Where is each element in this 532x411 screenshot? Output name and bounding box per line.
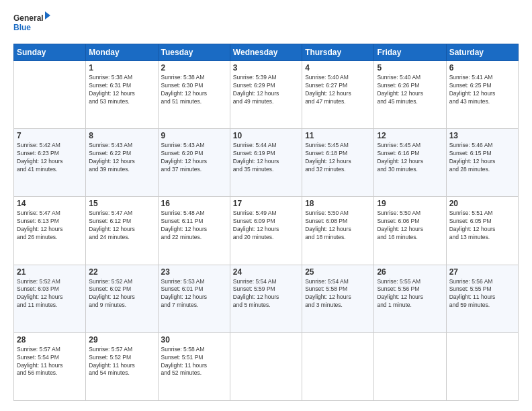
- day-info: Sunrise: 5:45 AM Sunset: 6:18 PM Dayligh…: [305, 142, 371, 174]
- day-info: Sunrise: 5:48 AM Sunset: 6:11 PM Dayligh…: [161, 210, 227, 242]
- weekday-header-wednesday: Wednesday: [230, 44, 302, 61]
- day-cell: 13Sunrise: 5:46 AM Sunset: 6:15 PM Dayli…: [446, 129, 518, 197]
- day-info: Sunrise: 5:38 AM Sunset: 6:31 PM Dayligh…: [89, 74, 154, 106]
- day-info: Sunrise: 5:47 AM Sunset: 6:13 PM Dayligh…: [17, 210, 83, 242]
- day-number: 23: [161, 267, 227, 277]
- day-cell: 21Sunrise: 5:52 AM Sunset: 6:03 PM Dayli…: [14, 265, 86, 332]
- day-cell: 25Sunrise: 5:54 AM Sunset: 5:58 PM Dayli…: [302, 265, 374, 332]
- svg-marker-2: [45, 11, 50, 19]
- day-cell: 26Sunrise: 5:55 AM Sunset: 5:56 PM Dayli…: [374, 265, 446, 332]
- day-info: Sunrise: 5:52 AM Sunset: 6:02 PM Dayligh…: [89, 278, 154, 310]
- week-row-2: 7Sunrise: 5:42 AM Sunset: 6:23 PM Daylig…: [14, 129, 519, 197]
- day-info: Sunrise: 5:54 AM Sunset: 5:58 PM Dayligh…: [305, 278, 371, 310]
- day-cell: [14, 61, 86, 129]
- day-number: 24: [233, 267, 299, 277]
- day-number: 13: [449, 131, 515, 140]
- day-cell: 4Sunrise: 5:40 AM Sunset: 6:27 PM Daylig…: [302, 61, 374, 129]
- weekday-header-friday: Friday: [374, 44, 446, 61]
- day-number: 6: [449, 63, 515, 73]
- day-cell: 22Sunrise: 5:52 AM Sunset: 6:02 PM Dayli…: [86, 265, 158, 332]
- day-cell: 9Sunrise: 5:43 AM Sunset: 6:20 PM Daylig…: [158, 129, 230, 197]
- day-number: 29: [89, 335, 154, 345]
- week-row-1: 1Sunrise: 5:38 AM Sunset: 6:31 PM Daylig…: [14, 61, 519, 129]
- day-number: 10: [233, 131, 299, 140]
- day-cell: 10Sunrise: 5:44 AM Sunset: 6:19 PM Dayli…: [230, 129, 302, 197]
- day-info: Sunrise: 5:44 AM Sunset: 6:19 PM Dayligh…: [233, 142, 299, 174]
- day-info: Sunrise: 5:58 AM Sunset: 5:51 PM Dayligh…: [161, 346, 227, 378]
- weekday-header-row: SundayMondayTuesdayWednesdayThursdayFrid…: [14, 44, 519, 61]
- day-number: 12: [377, 131, 443, 140]
- day-cell: 29Sunrise: 5:57 AM Sunset: 5:52 PM Dayli…: [86, 332, 158, 400]
- day-info: Sunrise: 5:40 AM Sunset: 6:26 PM Dayligh…: [377, 74, 443, 106]
- weekday-header-tuesday: Tuesday: [158, 44, 230, 61]
- day-info: Sunrise: 5:57 AM Sunset: 5:52 PM Dayligh…: [89, 346, 154, 378]
- page: General Blue SundayMondayTuesdayWednesda…: [0, 0, 532, 411]
- day-cell: 11Sunrise: 5:45 AM Sunset: 6:18 PM Dayli…: [302, 129, 374, 197]
- svg-text:Blue: Blue: [13, 23, 31, 32]
- day-cell: 16Sunrise: 5:48 AM Sunset: 6:11 PM Dayli…: [158, 197, 230, 265]
- day-number: 14: [17, 199, 83, 208]
- day-number: 19: [377, 199, 443, 208]
- day-number: 26: [377, 267, 443, 277]
- day-number: 5: [377, 63, 443, 73]
- weekday-header-monday: Monday: [86, 44, 158, 61]
- day-number: 7: [17, 131, 83, 140]
- day-info: Sunrise: 5:38 AM Sunset: 6:30 PM Dayligh…: [161, 74, 227, 106]
- day-cell: [374, 332, 446, 400]
- day-cell: 6Sunrise: 5:41 AM Sunset: 6:25 PM Daylig…: [446, 61, 518, 129]
- day-info: Sunrise: 5:54 AM Sunset: 5:59 PM Dayligh…: [233, 278, 299, 310]
- day-cell: 18Sunrise: 5:50 AM Sunset: 6:08 PM Dayli…: [302, 197, 374, 265]
- week-row-5: 28Sunrise: 5:57 AM Sunset: 5:54 PM Dayli…: [14, 332, 519, 400]
- day-number: 21: [17, 267, 83, 277]
- day-cell: 30Sunrise: 5:58 AM Sunset: 5:51 PM Dayli…: [158, 332, 230, 400]
- day-cell: 14Sunrise: 5:47 AM Sunset: 6:13 PM Dayli…: [14, 197, 86, 265]
- day-cell: [446, 332, 518, 400]
- day-number: 8: [89, 131, 154, 140]
- weekday-header-sunday: Sunday: [14, 44, 86, 61]
- day-cell: 27Sunrise: 5:56 AM Sunset: 5:55 PM Dayli…: [446, 265, 518, 332]
- day-cell: 1Sunrise: 5:38 AM Sunset: 6:31 PM Daylig…: [86, 61, 158, 129]
- day-info: Sunrise: 5:47 AM Sunset: 6:12 PM Dayligh…: [89, 210, 154, 242]
- day-number: 18: [305, 199, 371, 208]
- day-cell: 12Sunrise: 5:45 AM Sunset: 6:16 PM Dayli…: [374, 129, 446, 197]
- day-number: 28: [17, 335, 83, 345]
- day-cell: 3Sunrise: 5:39 AM Sunset: 6:29 PM Daylig…: [230, 61, 302, 129]
- day-cell: 24Sunrise: 5:54 AM Sunset: 5:59 PM Dayli…: [230, 265, 302, 332]
- day-info: Sunrise: 5:40 AM Sunset: 6:27 PM Dayligh…: [305, 74, 371, 106]
- day-cell: [230, 332, 302, 400]
- logo-svg: General Blue: [13, 10, 50, 37]
- day-number: 3: [233, 63, 299, 73]
- day-cell: 17Sunrise: 5:49 AM Sunset: 6:09 PM Dayli…: [230, 197, 302, 265]
- day-info: Sunrise: 5:45 AM Sunset: 6:16 PM Dayligh…: [377, 142, 443, 174]
- day-cell: 2Sunrise: 5:38 AM Sunset: 6:30 PM Daylig…: [158, 61, 230, 129]
- day-number: 11: [305, 131, 371, 140]
- day-cell: 7Sunrise: 5:42 AM Sunset: 6:23 PM Daylig…: [14, 129, 86, 197]
- day-number: 15: [89, 199, 154, 208]
- weekday-header-saturday: Saturday: [446, 44, 518, 61]
- day-info: Sunrise: 5:50 AM Sunset: 6:06 PM Dayligh…: [377, 210, 443, 242]
- day-number: 22: [89, 267, 154, 277]
- day-number: 17: [233, 199, 299, 208]
- day-cell: 15Sunrise: 5:47 AM Sunset: 6:12 PM Dayli…: [86, 197, 158, 265]
- day-info: Sunrise: 5:46 AM Sunset: 6:15 PM Dayligh…: [449, 142, 515, 174]
- day-cell: 28Sunrise: 5:57 AM Sunset: 5:54 PM Dayli…: [14, 332, 86, 400]
- day-number: 1: [89, 63, 154, 73]
- header: General Blue: [13, 10, 519, 37]
- day-info: Sunrise: 5:52 AM Sunset: 6:03 PM Dayligh…: [17, 278, 83, 310]
- week-row-3: 14Sunrise: 5:47 AM Sunset: 6:13 PM Dayli…: [14, 197, 519, 265]
- day-info: Sunrise: 5:49 AM Sunset: 6:09 PM Dayligh…: [233, 210, 299, 242]
- day-cell: 23Sunrise: 5:53 AM Sunset: 6:01 PM Dayli…: [158, 265, 230, 332]
- day-info: Sunrise: 5:51 AM Sunset: 6:05 PM Dayligh…: [449, 210, 515, 242]
- logo: General Blue: [13, 10, 50, 37]
- day-cell: [302, 332, 374, 400]
- day-info: Sunrise: 5:39 AM Sunset: 6:29 PM Dayligh…: [233, 74, 299, 106]
- calendar-table: SundayMondayTuesdayWednesdayThursdayFrid…: [13, 44, 519, 401]
- week-row-4: 21Sunrise: 5:52 AM Sunset: 6:03 PM Dayli…: [14, 265, 519, 332]
- day-cell: 20Sunrise: 5:51 AM Sunset: 6:05 PM Dayli…: [446, 197, 518, 265]
- day-info: Sunrise: 5:57 AM Sunset: 5:54 PM Dayligh…: [17, 346, 83, 378]
- day-info: Sunrise: 5:43 AM Sunset: 6:22 PM Dayligh…: [89, 142, 154, 174]
- day-info: Sunrise: 5:41 AM Sunset: 6:25 PM Dayligh…: [449, 74, 515, 106]
- svg-text:General: General: [13, 13, 44, 23]
- day-info: Sunrise: 5:53 AM Sunset: 6:01 PM Dayligh…: [161, 278, 227, 310]
- day-number: 9: [161, 131, 227, 140]
